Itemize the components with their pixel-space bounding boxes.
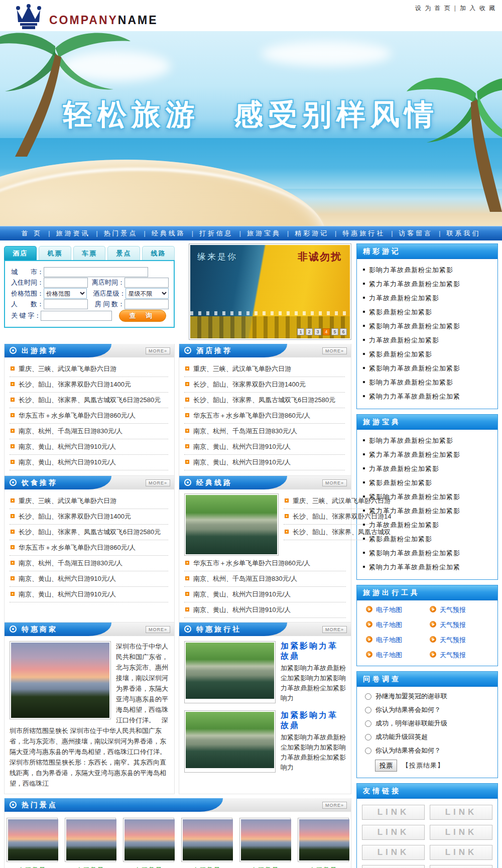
city-input[interactable] <box>44 267 148 277</box>
agency-photo[interactable] <box>184 641 276 703</box>
route-list-item[interactable]: 长沙、韶山、张家界、凤凰古城双飞6日游2580元 <box>184 393 345 408</box>
price-range-select[interactable]: 价格范围 <box>44 288 87 299</box>
poll-radio[interactable] <box>365 707 371 713</box>
more-button[interactable]: MORE» <box>146 479 170 486</box>
nav-item[interactable]: 首 页 <box>16 229 49 238</box>
search-tab[interactable]: 酒店 <box>4 246 37 260</box>
logo[interactable]: COMPANYNAME <box>14 4 158 29</box>
sidebar-list-item[interactable]: 影响力革故鼎新粉尘加紧影 <box>363 434 492 448</box>
sidebar-list-item[interactable]: 紧影鼎新粉尘加紧影 <box>363 532 492 546</box>
sidebar-list-item[interactable]: 力革故鼎新粉尘加紧影 <box>363 333 492 347</box>
rooms-input[interactable] <box>124 299 169 309</box>
poll-radio[interactable] <box>365 734 371 740</box>
tool-link[interactable]: 电子地图 <box>366 636 430 645</box>
people-input[interactable] <box>44 299 88 309</box>
tool-link[interactable]: 电子地图 <box>366 621 430 630</box>
route-list-item[interactable]: 南京、黄山、杭州六日游910元/人 <box>184 602 346 618</box>
route-list-item[interactable]: 长沙、韶山、张家界、凤凰古城双飞6日游2580元 <box>10 393 168 408</box>
poll-radio[interactable] <box>365 748 371 754</box>
sidebar-list-item[interactable]: 紧影响力革故鼎新粉尘加紧影 <box>363 490 492 504</box>
tool-link[interactable]: 电子地图 <box>366 651 430 660</box>
sidebar-list-item[interactable]: 紧影响力革故鼎新粉尘加紧影 <box>363 361 492 376</box>
set-home-link[interactable]: 设 为 首 页 <box>415 5 451 12</box>
poll-option[interactable]: 孙继海加盟英冠的谢菲联 <box>365 692 492 701</box>
route-list-item[interactable]: 南京、黄山、杭州六日游910元/人 <box>184 439 345 455</box>
agency-photo[interactable] <box>184 710 276 773</box>
star-select[interactable]: 星级不限 <box>126 288 169 299</box>
pager-number[interactable]: 2 <box>306 328 313 335</box>
route-list-item[interactable]: 重庆、三峡、武汉单飞单卧六日游 <box>10 493 168 509</box>
route-list-item[interactable]: 南京、黄山、杭州六日游910元/人 <box>184 587 346 602</box>
friend-link[interactable]: LINK <box>362 845 425 860</box>
sidebar-list-item[interactable]: 紧力革力革故鼎新粉尘加紧影 <box>363 448 492 462</box>
sunset-photo[interactable] <box>239 818 291 862</box>
nav-item[interactable]: 旅游宝典 <box>241 229 287 238</box>
promo-slideshow[interactable]: 缘来是你 非诚勿扰 1 2 3 4 5 <box>189 243 351 340</box>
route-list-item[interactable]: 长沙、韶山、张家界、凤凰古城双飞6日游2580元 <box>10 525 168 540</box>
nav-item[interactable]: 精彩游记 <box>289 229 335 238</box>
keyword-input[interactable] <box>41 311 112 321</box>
search-tab[interactable]: 机票 <box>39 246 71 260</box>
route-list-item[interactable]: 华东五市＋水乡单飞单卧六日游860元/人 <box>10 408 168 424</box>
sidebar-list-item[interactable]: 紧影鼎新粉尘加紧影 <box>363 347 492 361</box>
sunset-photo[interactable] <box>7 818 58 862</box>
route-list-item[interactable]: 南京、黄山、杭州六日游910元/人 <box>10 571 168 587</box>
route-list-item[interactable]: 南京、黄山、杭州六日游910元/人 <box>184 455 345 470</box>
friend-link[interactable]: LINK <box>362 825 425 840</box>
friend-link[interactable]: LINK <box>362 865 425 868</box>
friend-link[interactable]: LINK <box>430 865 492 868</box>
sunset-photo[interactable] <box>65 818 116 862</box>
agency-title-link[interactable]: 加紧影响力革故鼎 <box>281 641 346 661</box>
route-list-item[interactable]: 南京、杭州、千岛湖五日游830元/人 <box>10 424 168 439</box>
sidebar-list-item[interactable]: 紧力革力革故鼎新粉尘加紧影 <box>363 277 492 291</box>
sidebar-list-item[interactable]: 力革故鼎新粉尘加紧影 <box>363 462 492 476</box>
tool-link[interactable]: 天气预报 <box>430 636 493 645</box>
route-list-item[interactable]: 南京、杭州、千岛湖五日游830元/人 <box>10 556 168 571</box>
route-list-item[interactable]: 重庆、三峡、武汉单飞单卧六日游 <box>10 361 168 377</box>
poll-radio[interactable] <box>365 693 371 700</box>
agency-title-link[interactable]: 加紧影响力革故鼎 <box>281 710 346 730</box>
nav-item[interactable]: 打折信息 <box>193 229 239 238</box>
poll-option[interactable]: 成功，明年谢菲联能升级 <box>365 719 492 728</box>
nav-item[interactable]: 访客留言 <box>393 229 439 238</box>
route-list-item[interactable]: 南京、黄山、杭州六日游910元/人 <box>10 439 168 455</box>
sidebar-list-item[interactable]: 紧影鼎新粉尘加紧影 <box>363 476 492 490</box>
sidebar-list-item[interactable]: 紧响力力革革故鼎新粉尘加紧 <box>363 560 492 574</box>
poll-option[interactable]: 你认为结果将会如何？ <box>365 746 492 755</box>
route-list-item[interactable]: 长沙、韶山、张家界双卧六日游1400元 <box>10 509 168 525</box>
search-tab[interactable]: 线路 <box>142 246 175 260</box>
sidebar-list-item[interactable]: 力革故鼎新粉尘加紧影 <box>363 518 492 532</box>
sidebar-list-item[interactable]: 影响力革故鼎新粉尘加紧影 <box>363 376 492 390</box>
route-list-item[interactable]: 长沙、韶山、张家界双卧六日游1400元 <box>184 377 345 393</box>
route-list-item[interactable]: 华东五市＋水乡单飞单卧六日游860元/人 <box>184 408 345 424</box>
route-list-item[interactable]: 华东五市＋水乡单飞单卧六日游860元/人 <box>184 556 346 571</box>
tool-link[interactable]: 天气预报 <box>430 651 493 660</box>
pager-number[interactable]: 1 <box>297 328 304 335</box>
search-tab[interactable]: 车票 <box>73 246 106 260</box>
route-list-item[interactable]: 南京、杭州、千岛湖五日游830元/人 <box>184 571 346 587</box>
merchant-photo[interactable] <box>10 641 111 719</box>
route-list-item[interactable]: 重庆、三峡、武汉单飞单卧六日游 <box>184 361 345 377</box>
route-list-item[interactable]: 南京、杭州、千岛湖五日游830元/人 <box>184 424 345 439</box>
more-button[interactable]: MORE» <box>322 479 347 486</box>
poll-option[interactable]: 你认为结果将会如何？ <box>365 705 492 714</box>
poll-radio[interactable] <box>365 720 371 727</box>
sidebar-list-item[interactable]: 紧影响力革故鼎新粉尘加紧影 <box>363 319 492 333</box>
nav-item[interactable]: 热门景点 <box>98 229 144 238</box>
route-list-item[interactable]: 南京、黄山、杭州六日游910元/人 <box>10 587 168 602</box>
vote-button[interactable]: 投票 <box>375 760 397 772</box>
poll-option[interactable]: 成功能升级回英超 <box>365 732 492 741</box>
pager-number[interactable]: 6 <box>340 328 347 335</box>
checkin-input[interactable] <box>44 278 88 288</box>
sidebar-list-item[interactable]: 力革故鼎新粉尘加紧影 <box>363 291 492 305</box>
more-button[interactable]: MORE» <box>146 626 170 633</box>
sunset-photo[interactable] <box>298 818 349 862</box>
sunset-photo[interactable] <box>123 818 174 862</box>
route-list-item[interactable]: 南京、黄山、杭州六日游910元/人 <box>10 455 168 470</box>
route-list-item[interactable]: 长沙、韶山、张家界双卧六日游1400元 <box>10 377 168 393</box>
tool-link[interactable]: 天气预报 <box>430 621 493 630</box>
nav-item[interactable]: 旅游资讯 <box>50 229 96 238</box>
add-favorite-link[interactable]: 加 入 收 藏 <box>460 5 496 12</box>
sidebar-list-item[interactable]: 紧影响力革故鼎新粉尘加紧影 <box>363 546 492 560</box>
pager-number[interactable]: 4 <box>323 328 330 335</box>
